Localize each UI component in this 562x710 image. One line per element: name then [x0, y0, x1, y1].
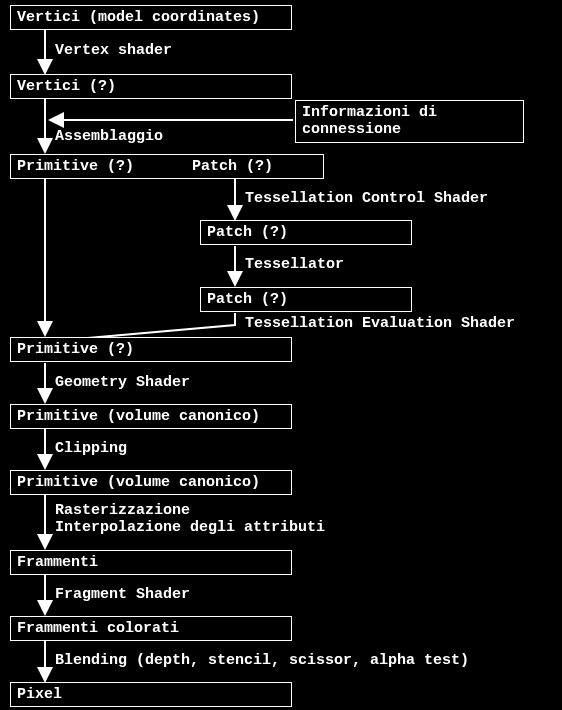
box-frammenti: Frammenti [10, 550, 292, 575]
label-clipping: Clipping [55, 440, 127, 457]
label-vertex-shader: Vertex shader [55, 42, 172, 59]
label-tess-eval: Tessellation Evaluation Shader [245, 315, 515, 332]
primitive-patch-right: Patch (?) [192, 158, 273, 175]
label-assemblaggio: Assemblaggio [55, 128, 163, 145]
box-pixel: Pixel [10, 682, 292, 707]
label-tessellator: Tessellator [245, 256, 344, 273]
label-raster: RasterizzazioneInterpolazione degli attr… [55, 502, 325, 537]
box-frammenti-col: Frammenti colorati [10, 616, 292, 641]
label-fragment: Fragment Shader [55, 586, 190, 603]
label-blending: Blending (depth, stencil, scissor, alpha… [55, 652, 469, 669]
conn-info-text: Informazioni diconnessione [302, 104, 437, 138]
box-vertici: Vertici (?) [10, 74, 292, 99]
box-primitive-vc1: Primitive (volume canonico) [10, 404, 292, 429]
box-vertici-model: Vertici (model coordinates) [10, 5, 292, 30]
primitive-patch-left: Primitive (?) [17, 158, 134, 175]
box-patch1: Patch (?) [200, 220, 412, 245]
box-primitive-vc2: Primitive (volume canonico) [10, 470, 292, 495]
box-conn-info: Informazioni diconnessione [295, 100, 524, 143]
box-patch2: Patch (?) [200, 287, 412, 312]
label-tess-control: Tessellation Control Shader [245, 190, 488, 207]
label-geometry: Geometry Shader [55, 374, 190, 391]
box-primitive2: Primitive (?) [10, 337, 292, 362]
box-primitive-patch: Primitive (?) Patch (?) [10, 154, 324, 179]
